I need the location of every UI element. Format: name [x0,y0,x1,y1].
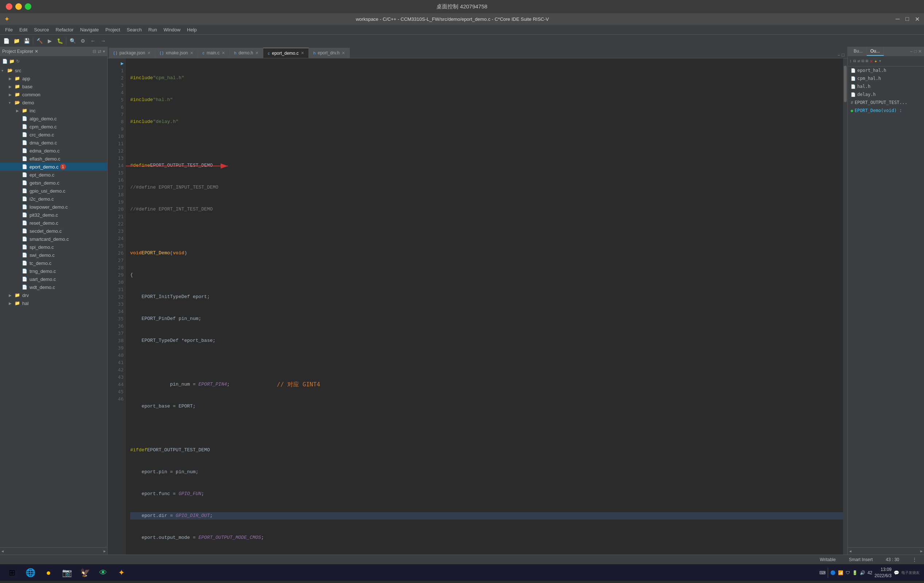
outline-item-eport-demo[interactable]: ● EPORT_Demo(void) : [848,107,924,114]
panel-header-icons[interactable]: – □ ✕ [910,49,922,54]
photos-button[interactable]: 📷 [59,566,74,580]
scrollbar-thumb[interactable] [844,66,847,102]
tab-demo-h[interactable]: h demo.h ✕ [230,48,263,58]
scroll-left-icon[interactable]: ◀ [849,549,851,553]
link-icon[interactable]: ⇄ [98,49,101,54]
tree-item-inc[interactable]: ▶ 📁 inc [0,107,107,114]
menu-icon[interactable]: ▾ [879,58,881,64]
status-insert[interactable]: Smart Insert [846,557,876,562]
menu-project[interactable]: Project [102,26,123,33]
outline-item-eport-output-test[interactable]: # EPORT_OUTPUT_TEST... [848,99,924,107]
minimize-button[interactable] [15,3,22,10]
tree-item-base[interactable]: ▶ 📁 base [0,83,107,91]
tree-item-i2c-demo[interactable]: 📄 i2c_demo.c [0,195,107,203]
right-panel-scroll[interactable]: ◀ ▶ [848,547,924,555]
tab-close[interactable]: ✕ [222,51,225,55]
ide-minimize-button[interactable]: ─ [896,16,899,23]
tab-main-c[interactable]: c main.c ✕ [198,48,230,58]
tree-item-src[interactable]: ▾ 📂 src [0,66,107,74]
tree-item-crc-demo[interactable]: 📄 crc_demo.c [0,130,107,139]
app1-button[interactable]: 🦅 [77,566,92,580]
tree-item-trng-demo[interactable]: 📄 trng_demo.c [0,267,107,275]
minimize-panel-icon[interactable]: – [837,53,840,58]
tree-item-gpio-usi-demo[interactable]: 📄 gpio_usi_demo.c [0,187,107,195]
menu-help[interactable]: Help [184,26,200,33]
tree-item-algo-demo[interactable]: 📄 algo_demo.c [0,114,107,122]
tree-item-secdet-demo[interactable]: 📄 secdet_demo.c [0,227,107,235]
tab-close[interactable]: ✕ [190,51,193,55]
toolbar-debug[interactable]: 🐛 [55,36,64,46]
toolbar-search[interactable]: 🔍 [68,36,77,46]
menu-window[interactable]: Window [161,26,183,33]
menu-edit[interactable]: Edit [16,26,30,33]
maximize-button[interactable] [25,3,31,10]
status-writable[interactable]: Writable [817,557,839,562]
tree-item-wdt-demo[interactable]: 📄 wdt_demo.c [0,283,107,291]
app2-button[interactable]: 👁 [96,566,111,580]
maximize-panel-icon[interactable]: □ [842,53,845,58]
collapse-icon[interactable]: ⊟ [862,58,864,64]
outline-item-cpm-hal[interactable]: 📄 cpm_hal.h [848,74,924,83]
toolbar-back[interactable]: ← [88,36,98,46]
tab-close[interactable]: ✕ [147,51,150,55]
ide-maximize-button[interactable]: □ [906,16,909,23]
error-icon[interactable]: ✕ [870,58,873,64]
tree-item-drv[interactable]: ▶ 📁 drv [0,291,107,299]
tree-item-reset-demo[interactable]: 📄 reset_demo.c [0,219,107,227]
outline-item-delay[interactable]: 📄 delay.h [848,91,924,99]
tree-item-dma-demo[interactable]: 📄 dma_demo.c [0,139,107,147]
tree-item-tc-demo[interactable]: 📄 tc_demo.c [0,259,107,267]
tree-item-hal[interactable]: ▶ 📁 hal [0,299,107,307]
code-editor[interactable]: ▶ 1 2 3 4 5 6 7 8 9 10 11 12 13 14 15 [107,58,847,555]
tab-xmake-json[interactable]: { } xmake.json ✕ [155,48,198,58]
outline-item-eport-hal[interactable]: 📄 eport_hal.h [848,66,924,74]
close-icon[interactable]: ✕ [918,49,922,54]
menu-file[interactable]: File [2,26,16,33]
toolbar-forward[interactable]: → [99,36,108,46]
scroll-right-icon[interactable]: ▶ [920,549,922,553]
collapse-all-icon[interactable]: ⊟ [92,49,96,54]
filter-icon[interactable]: ⊟ [853,58,856,64]
taskbar-notification-icon[interactable]: 💬 [894,570,899,575]
tree-item-spi-demo[interactable]: 📄 spi_demo.c [0,243,107,251]
start-button[interactable]: ⊞ [4,566,20,580]
refresh-icon[interactable]: ↻ [16,59,20,64]
status-position[interactable]: 43 : 30 [883,557,902,562]
toolbar-run[interactable]: ▶ [45,36,54,46]
panel-menu-icon[interactable]: ▾ [103,49,105,54]
maximize-icon[interactable]: □ [914,49,917,54]
tab-close[interactable]: ✕ [301,51,304,55]
menu-source[interactable]: Source [31,26,52,33]
window-controls[interactable] [6,3,31,10]
panel-toolbar[interactable]: 📄 📁 ↻ [0,56,107,66]
menu-search[interactable]: Search [124,26,144,33]
tab-package-json[interactable]: { } package.json ✕ [109,48,155,58]
tree-item-ept-demo[interactable]: 📄 ept_demo.c [0,171,107,179]
tree-item-app[interactable]: ▶ 📁 app [0,74,107,83]
outline-item-hal[interactable]: 📄 hal.h [848,83,924,91]
tab-eport-demo-c[interactable]: c eport_demo.c ✕ [263,48,309,58]
panel-tab-group[interactable]: Bu... Ou... [850,47,884,56]
tree-item-pit32-demo[interactable]: 📄 pit32_demo.c [0,211,107,219]
code-content[interactable]: #include "cpm_hal.h" #include "hal.h" #i… [126,58,847,555]
sort-icon[interactable]: ↕ [849,59,852,64]
menu-run[interactable]: Run [145,26,160,33]
toolbar-build[interactable]: 🔨 [35,36,44,46]
chrome-button[interactable]: ● [41,566,56,580]
close-button[interactable] [6,3,12,10]
tree-item-eport-demo[interactable]: 📄 eport_demo.c 1 [0,163,107,171]
menu-refactor[interactable]: Refactor [53,26,77,33]
outline-toolbar[interactable]: ↕ ⊟ ⇄ ⊟ ⊞ ✕ ✦ ▾ [848,56,924,66]
tree-item-edma-demo[interactable]: 📄 edma_demo.c [0,147,107,155]
tree-item-uart-demo[interactable]: 📄 uart_demo.c [0,275,107,283]
tab-close[interactable]: ✕ [342,51,345,55]
tree-item-lowpower-demo[interactable]: 📄 lowpower_demo.c [0,203,107,211]
tree-item-getsn-demo[interactable]: 📄 getsn_demo.c [0,179,107,187]
scroll-right-icon[interactable]: ▶ [104,549,106,553]
tree-item-swi-demo[interactable]: 📄 swi_demo.c [0,251,107,259]
new-folder-icon[interactable]: 📁 [9,59,15,64]
panel-header-icons[interactable]: ⊟ ⇄ ▾ [92,49,105,54]
link-icon[interactable]: ⇄ [857,58,860,64]
tab-build[interactable]: Bu... [850,47,867,56]
tree-scroll-bar[interactable]: ◀ ▶ [0,547,107,555]
